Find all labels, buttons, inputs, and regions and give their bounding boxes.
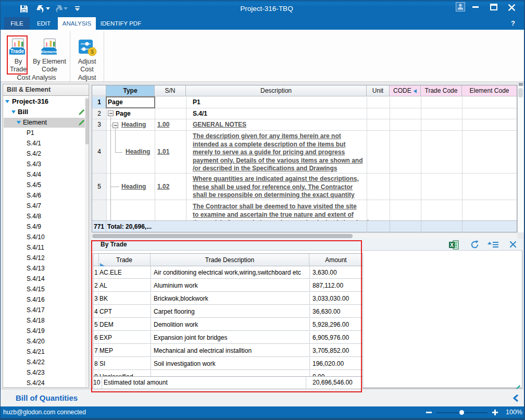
svg-text:X: X <box>450 242 454 248</box>
svg-text:Element: Element <box>41 50 57 54</box>
svg-text:$: $ <box>91 48 94 55</box>
